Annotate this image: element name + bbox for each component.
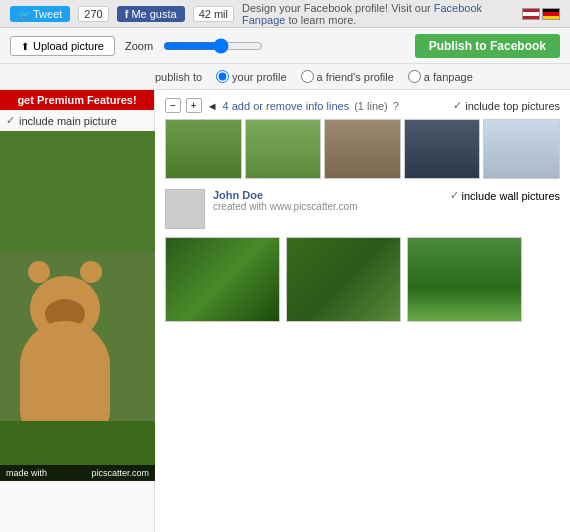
top-pictures-strip xyxy=(165,119,560,179)
us-flag-icon xyxy=(522,8,540,20)
main-picture-preview: made with picscatter.com xyxy=(0,131,155,481)
include-wall-checkmark xyxy=(450,189,459,202)
wall-pictures xyxy=(165,237,560,322)
lines-count: (1 line) xyxy=(354,100,388,112)
upload-button[interactable]: Upload picture xyxy=(10,36,115,56)
upload-icon xyxy=(21,40,29,52)
top-pic-3 xyxy=(324,119,401,179)
radio-fanpage-input[interactable] xyxy=(408,70,421,83)
top-pic-1 xyxy=(165,119,242,179)
help-icon[interactable]: ? xyxy=(393,100,399,112)
made-with-bar: made with picscatter.com xyxy=(0,465,155,481)
include-main-picture-option[interactable]: include main picture xyxy=(0,110,154,131)
radio-fanpage[interactable]: a fanpage xyxy=(408,70,473,83)
profile-section: John Doe created with www.picscatter.com… xyxy=(165,189,560,229)
trees-background xyxy=(0,131,155,251)
info-lines-bar: − + ◄ 4 add or remove info lines (1 line… xyxy=(165,98,560,113)
de-flag-icon xyxy=(542,8,560,20)
radio-your-profile[interactable]: your profile xyxy=(216,70,286,83)
nav-icon: ◄ xyxy=(207,100,218,112)
include-top-pictures-option[interactable]: include top pictures xyxy=(453,99,560,112)
friends-profile-label: a friend's profile xyxy=(317,71,394,83)
radio-friends-profile[interactable]: a friend's profile xyxy=(301,70,394,83)
profile-avatar xyxy=(165,189,205,229)
wall-pic-1 xyxy=(165,237,280,322)
top-pic-2 xyxy=(245,119,322,179)
info-add-button[interactable]: + xyxy=(186,98,202,113)
include-wall-label: include wall pictures xyxy=(462,190,560,202)
tweet-button[interactable]: Tweet xyxy=(10,6,70,22)
twitter-icon xyxy=(18,8,30,20)
profile-name: John Doe xyxy=(213,189,358,201)
your-profile-label: your profile xyxy=(232,71,286,83)
flag-icons xyxy=(522,8,560,20)
toolbar: Upload picture Zoom Publish to Facebook xyxy=(0,28,570,64)
right-panel: − + ◄ 4 add or remove info lines (1 line… xyxy=(155,90,570,532)
fanpage-label: a fanpage xyxy=(424,71,473,83)
fb-icon xyxy=(125,8,129,20)
bear-ear-right xyxy=(80,261,102,283)
fb-like-count: 42 mil xyxy=(193,6,234,22)
site-name: picscatter.com xyxy=(91,468,149,478)
publish-facebook-button[interactable]: Publish to Facebook xyxy=(415,34,560,58)
main-content: get Premium Features! include main pictu… xyxy=(0,90,570,532)
top-bar-text: Design your Facebook profile! Visit our … xyxy=(242,2,514,26)
profile-info: John Doe created with www.picscatter.com xyxy=(213,189,358,212)
tweet-label: Tweet xyxy=(33,8,62,20)
premium-button[interactable]: get Premium Features! xyxy=(0,90,154,110)
made-with-text: made with xyxy=(6,468,47,478)
left-panel: get Premium Features! include main pictu… xyxy=(0,90,155,532)
add-remove-info-link[interactable]: 4 add or remove info lines xyxy=(223,100,350,112)
include-main-label: include main picture xyxy=(19,115,117,127)
zoom-slider[interactable] xyxy=(163,38,263,54)
publish-row: publish to your profile a friend's profi… xyxy=(0,64,570,90)
fb-like-button[interactable]: Me gusta xyxy=(117,6,185,22)
zoom-label: Zoom xyxy=(125,40,153,52)
wall-pic-2 xyxy=(286,237,401,322)
tweet-count: 270 xyxy=(78,6,108,22)
info-remove-button[interactable]: − xyxy=(165,98,181,113)
profile-subtitle: created with www.picscatter.com xyxy=(213,201,358,212)
fb-like-label: Me gusta xyxy=(131,8,176,20)
top-pic-5 xyxy=(483,119,560,179)
include-top-checkmark xyxy=(453,99,462,112)
include-wall-pictures-option[interactable]: include wall pictures xyxy=(450,189,560,202)
include-main-checkmark xyxy=(6,114,15,127)
publish-to-label: publish to xyxy=(155,71,202,83)
top-bar: Tweet 270 Me gusta 42 mil Design your Fa… xyxy=(0,0,570,28)
upload-label: Upload picture xyxy=(33,40,104,52)
wall-pic-3 xyxy=(407,237,522,322)
radio-friends-profile-input[interactable] xyxy=(301,70,314,83)
top-pic-4 xyxy=(404,119,481,179)
radio-your-profile-input[interactable] xyxy=(216,70,229,83)
include-top-label: include top pictures xyxy=(465,100,560,112)
